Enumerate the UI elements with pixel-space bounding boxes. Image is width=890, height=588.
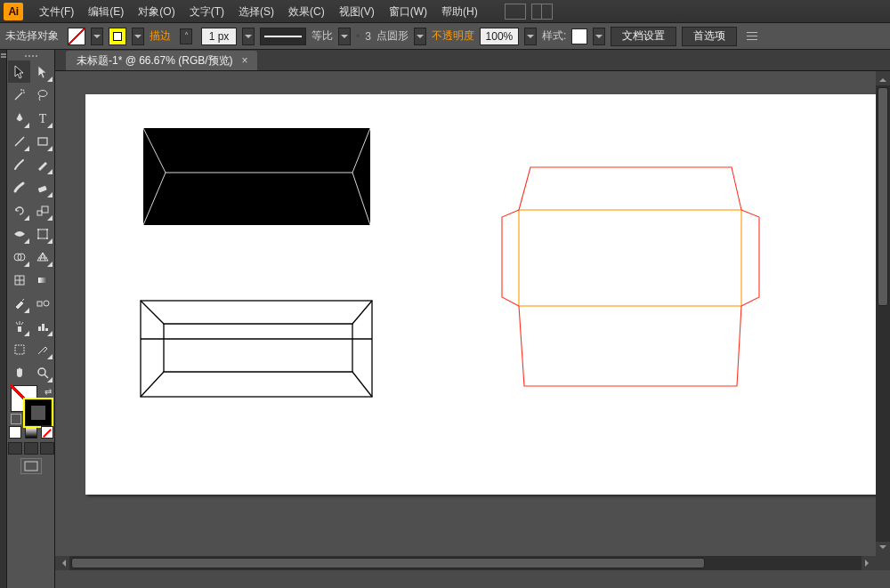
document-tab[interactable]: 未标题-1* @ 66.67% (RGB/预览) × [66, 51, 257, 70]
screen-mode-button[interactable] [20, 458, 42, 474]
svg-point-17 [44, 301, 49, 306]
slice-tool[interactable] [31, 338, 53, 360]
brush-dropdown[interactable] [414, 28, 426, 45]
scroll-up-button[interactable] [876, 71, 890, 85]
blend-tool[interactable] [31, 292, 53, 314]
graphic-style-dropdown[interactable] [593, 28, 605, 45]
shape-builder-tool[interactable] [8, 246, 30, 268]
hand-tool[interactable] [8, 361, 30, 383]
color-mode-none[interactable] [41, 426, 53, 439]
graphic-style-swatch[interactable] [571, 28, 587, 44]
draw-behind-icon[interactable] [24, 442, 38, 455]
scroll-down-button[interactable] [876, 542, 890, 556]
scale-tool[interactable] [31, 199, 53, 222]
scrollbar-vertical[interactable] [876, 71, 890, 556]
artboard[interactable] [85, 94, 883, 495]
eyedropper-tool[interactable] [8, 292, 30, 314]
scroll-right-button[interactable] [862, 556, 876, 570]
blob-brush-tool[interactable] [8, 176, 30, 198]
stroke-color-icon[interactable] [25, 399, 52, 426]
selection-tool[interactable] [8, 60, 30, 83]
width-tool[interactable] [8, 222, 30, 245]
fill-swatch[interactable] [68, 28, 85, 45]
menu-file[interactable]: 文件(F) [32, 0, 81, 23]
svg-rect-16 [37, 302, 42, 306]
zoom-tool[interactable] [31, 361, 53, 383]
menu-object[interactable]: 对象(O) [131, 0, 182, 23]
pencil-tool[interactable] [31, 153, 53, 175]
tools-panel: T [7, 50, 55, 588]
brush-preview [356, 30, 360, 43]
canvas-viewport[interactable] [55, 71, 890, 570]
line-segment-tool[interactable] [8, 130, 30, 152]
fill-dropdown[interactable] [91, 28, 103, 45]
paintbrush-tool[interactable] [8, 153, 30, 175]
close-icon[interactable]: × [242, 54, 248, 67]
stroke-width-input[interactable]: 1 px [201, 28, 237, 45]
scroll-v-track[interactable] [876, 85, 890, 542]
svg-text:T: T [38, 112, 46, 125]
document-setup-button[interactable]: 文档设置 [611, 27, 676, 46]
column-graph-tool[interactable] [31, 315, 53, 337]
menu-window[interactable]: 窗口(W) [382, 0, 434, 23]
preferences-button[interactable]: 首选项 [682, 27, 737, 46]
opacity-input[interactable]: 100% [480, 28, 519, 45]
brush-label: 点圆形 [376, 28, 409, 44]
scroll-left-button[interactable] [55, 556, 69, 570]
screen-mode-row [8, 442, 54, 455]
color-mode-solid[interactable] [9, 426, 21, 439]
arrange-docs[interactable] [505, 4, 553, 20]
scroll-h-track[interactable] [69, 556, 862, 570]
symbol-sprayer-tool[interactable] [8, 315, 30, 337]
arrange-split-icon[interactable] [531, 4, 553, 20]
control-bar: 未选择对象 描边 ˄ 1 px 等比 3 点圆形 不透明度 100% 样式: 文… [0, 23, 890, 50]
eraser-tool[interactable] [31, 176, 53, 198]
menu-help[interactable]: 帮助(H) [434, 0, 485, 23]
stroke-label[interactable]: 描边 [150, 28, 171, 44]
menu-type[interactable]: 文字(T) [182, 0, 231, 23]
collapsed-panel-strip[interactable] [0, 50, 7, 588]
opacity-dropdown[interactable] [524, 28, 537, 45]
menu-edit[interactable]: 编辑(E) [81, 0, 131, 23]
color-mode-row [9, 426, 53, 439]
swap-fill-stroke-icon[interactable]: ⇄ [44, 387, 52, 397]
svg-rect-21 [45, 328, 48, 331]
menu-view[interactable]: 视图(V) [332, 0, 382, 23]
stroke-profile-preview[interactable] [260, 28, 306, 45]
scrollbar-horizontal[interactable] [55, 556, 876, 570]
profile-dropdown[interactable] [338, 28, 351, 45]
draw-normal-icon[interactable] [8, 442, 22, 455]
envelope-outline [141, 301, 372, 397]
pen-tool[interactable] [8, 107, 30, 129]
type-tool[interactable]: T [31, 107, 53, 129]
document-tab-label: 未标题-1* @ 66.67% (RGB/预览) [77, 53, 233, 68]
magic-wand-tool[interactable] [8, 84, 30, 106]
direct-selection-tool[interactable] [31, 60, 53, 83]
perspective-grid-tool[interactable] [31, 246, 53, 268]
tools-panel-grip[interactable] [9, 52, 53, 60]
svg-rect-27 [141, 301, 372, 397]
rotate-tool[interactable] [8, 199, 30, 222]
draw-inside-icon[interactable] [40, 442, 54, 455]
default-fill-stroke-icon[interactable] [11, 414, 21, 424]
stroke-width-dropdown[interactable] [242, 28, 255, 45]
rectangle-tool[interactable] [31, 130, 53, 152]
control-bar-overflow-icon[interactable] [742, 27, 762, 46]
stroke-stepper[interactable]: ˄ [180, 28, 192, 44]
svg-rect-19 [38, 326, 41, 331]
arrange-single-icon[interactable] [505, 4, 526, 20]
menu-effect[interactable]: 效果(C) [281, 0, 332, 23]
scroll-h-thumb[interactable] [71, 558, 705, 568]
scroll-v-thumb[interactable] [878, 87, 888, 306]
free-transform-tool[interactable] [31, 222, 53, 245]
artboard-tool[interactable] [8, 338, 30, 360]
menu-select[interactable]: 选择(S) [231, 0, 281, 23]
stroke-dropdown[interactable] [132, 28, 144, 45]
fill-stroke-controls[interactable]: ⇄ [9, 385, 53, 424]
gradient-tool[interactable] [31, 269, 53, 291]
mesh-tool[interactable] [8, 269, 30, 291]
opacity-label[interactable]: 不透明度 [432, 28, 474, 44]
lasso-tool[interactable] [31, 84, 53, 106]
stroke-swatch[interactable] [109, 28, 126, 45]
color-mode-gradient[interactable] [25, 426, 37, 439]
